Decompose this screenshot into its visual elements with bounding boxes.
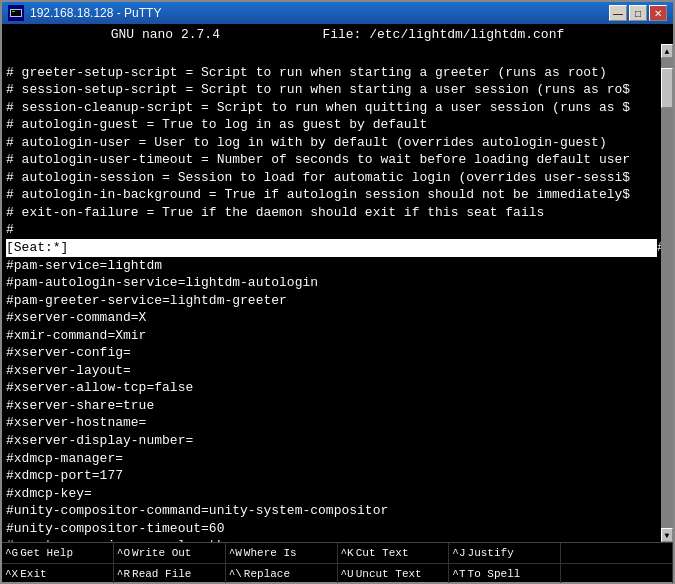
scrollbar-track[interactable] — [661, 58, 673, 528]
shortcut-label-0: Get Help — [20, 547, 73, 559]
shortcut-key-2: ^W — [229, 547, 242, 559]
close-button[interactable]: ✕ — [649, 5, 667, 21]
svg-rect-2 — [11, 10, 21, 16]
shortcut-item-7[interactable]: ^R Read File — [114, 563, 226, 583]
shortcut-key-7: ^R — [117, 568, 130, 580]
shortcut-label-8: Replace — [244, 568, 290, 580]
title-bar-left: 192.168.18.128 - PuTTY — [8, 5, 161, 21]
shortcut-item-5[interactable] — [561, 543, 673, 563]
shortcut-label-1: Write Out — [132, 547, 191, 559]
scrollbar[interactable]: ▲ ▼ — [661, 44, 673, 542]
shortcut-label-7: Read File — [132, 568, 191, 580]
shortcut-label-6: Exit — [20, 568, 46, 580]
shortcut-label-3: Cut Text — [356, 547, 409, 559]
title-bar: 192.168.18.128 - PuTTY — □ ✕ — [2, 2, 673, 24]
shortcut-key-9: ^U — [341, 568, 354, 580]
shortcut-item-1[interactable]: ^O Write Out — [114, 543, 226, 563]
shortcut-item-8[interactable]: ^\ Replace — [226, 563, 338, 583]
highlighted-line: [Seat:*] — [6, 239, 657, 257]
scrollbar-up[interactable]: ▲ — [661, 44, 673, 58]
shortcut-label-9: Uncut Text — [356, 568, 422, 580]
shortcut-item-0[interactable]: ^G Get Help — [2, 543, 114, 563]
title-bar-buttons: — □ ✕ — [609, 5, 667, 21]
nano-header: GNU nano 2.7.4 File: /etc/lightdm/lightd… — [2, 24, 673, 44]
svg-rect-3 — [12, 11, 15, 12]
editor-wrapper: # greeter-setup-script = Script to run w… — [2, 44, 673, 542]
putty-window: 192.168.18.128 - PuTTY — □ ✕ GNU nano 2.… — [0, 0, 675, 584]
scrollbar-down[interactable]: ▼ — [661, 528, 673, 542]
nano-file: File: /etc/lightdm/lightdm.conf — [322, 27, 564, 42]
shortcut-item-3[interactable]: ^K Cut Text — [338, 543, 450, 563]
editor-content[interactable]: # greeter-setup-script = Script to run w… — [2, 44, 661, 542]
shortcut-item-6[interactable]: ^X Exit — [2, 563, 114, 583]
shortcut-key-8: ^\ — [229, 568, 242, 580]
minimize-button[interactable]: — — [609, 5, 627, 21]
shortcut-key-10: ^T — [452, 568, 465, 580]
shortcut-key-1: ^O — [117, 547, 130, 559]
shortcut-item-10[interactable]: ^T To Spell — [449, 563, 561, 583]
window-title: 192.168.18.128 - PuTTY — [30, 6, 161, 20]
shortcut-label-4: Justify — [468, 547, 514, 559]
shortcut-item-4[interactable]: ^J Justify — [449, 543, 561, 563]
maximize-button[interactable]: □ — [629, 5, 647, 21]
scrollbar-thumb[interactable] — [661, 68, 673, 108]
shortcut-key-0: ^G — [5, 547, 18, 559]
shortcut-key-6: ^X — [5, 568, 18, 580]
putty-icon — [8, 5, 24, 21]
shortcut-label-2: Where Is — [244, 547, 297, 559]
nano-version: GNU nano 2.7.4 — [111, 27, 220, 42]
shortcut-bar: ^G Get Help^O Write Out^W Where Is^K Cut… — [2, 542, 673, 582]
shortcut-key-3: ^K — [341, 547, 354, 559]
shortcut-label-10: To Spell — [468, 568, 521, 580]
shortcut-item-11[interactable] — [561, 563, 673, 583]
shortcut-item-2[interactable]: ^W Where Is — [226, 543, 338, 563]
shortcut-key-4: ^J — [452, 547, 465, 559]
shortcut-item-9[interactable]: ^U Uncut Text — [338, 563, 450, 583]
